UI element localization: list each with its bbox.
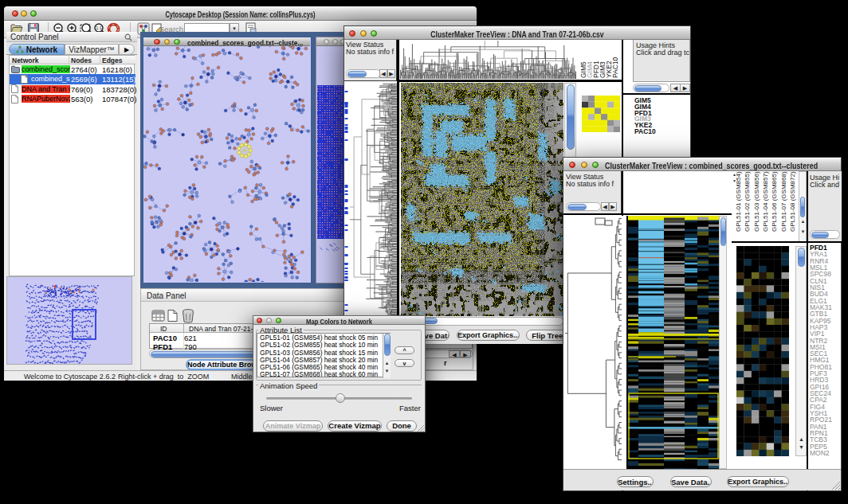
svg-text:1:1: 1:1 <box>96 25 102 30</box>
